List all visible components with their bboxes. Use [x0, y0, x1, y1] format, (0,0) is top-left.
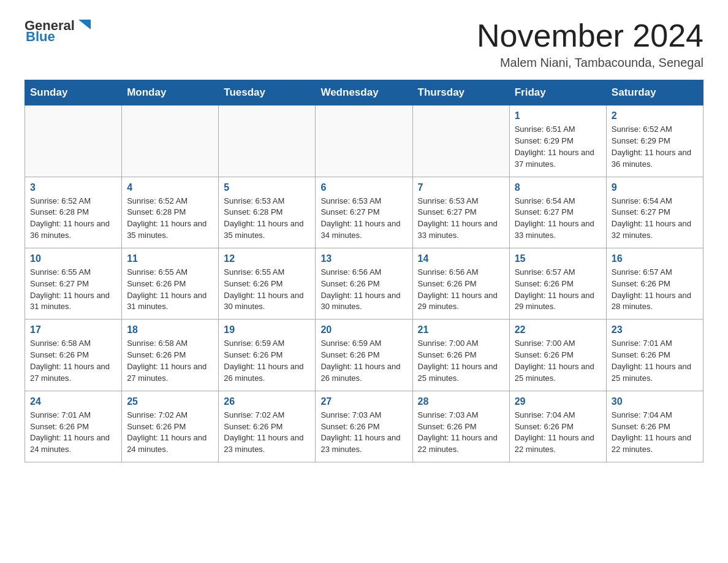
day-number: 28 — [418, 396, 504, 407]
calendar-cell: 19Sunrise: 6:59 AMSunset: 6:26 PMDayligh… — [219, 320, 316, 391]
calendar-cell — [122, 105, 219, 177]
day-number: 19 — [224, 324, 310, 335]
day-number: 5 — [224, 182, 310, 193]
day-number: 21 — [418, 324, 504, 335]
calendar-cell: 1Sunrise: 6:51 AMSunset: 6:29 PMDaylight… — [509, 105, 606, 177]
calendar-week-2: 3Sunrise: 6:52 AMSunset: 6:28 PMDaylight… — [25, 177, 703, 248]
day-number: 26 — [224, 396, 310, 407]
day-info: Sunrise: 6:58 AMSunset: 6:26 PMDaylight:… — [127, 338, 213, 384]
calendar-week-4: 17Sunrise: 6:58 AMSunset: 6:26 PMDayligh… — [25, 320, 703, 391]
day-info: Sunrise: 6:54 AMSunset: 6:27 PMDaylight:… — [612, 196, 698, 242]
day-number: 17 — [30, 324, 116, 335]
calendar-cell — [219, 105, 316, 177]
day-number: 20 — [320, 324, 407, 335]
day-info: Sunrise: 6:55 AMSunset: 6:26 PMDaylight:… — [224, 267, 310, 313]
calendar-cell: 9Sunrise: 6:54 AMSunset: 6:27 PMDaylight… — [606, 177, 703, 248]
calendar-cell: 26Sunrise: 7:02 AMSunset: 6:26 PMDayligh… — [219, 391, 316, 462]
calendar-subtitle: Malem Niani, Tambacounda, Senegal — [477, 56, 703, 70]
day-number: 7 — [418, 182, 504, 193]
day-info: Sunrise: 6:58 AMSunset: 6:26 PMDaylight:… — [30, 338, 116, 384]
calendar-cell: 22Sunrise: 7:00 AMSunset: 6:26 PMDayligh… — [509, 320, 606, 391]
day-info: Sunrise: 7:00 AMSunset: 6:26 PMDaylight:… — [515, 338, 601, 384]
day-number: 14 — [418, 253, 504, 264]
calendar-cell — [412, 105, 509, 177]
calendar-cell: 12Sunrise: 6:55 AMSunset: 6:26 PMDayligh… — [219, 248, 316, 319]
day-info: Sunrise: 6:51 AMSunset: 6:29 PMDaylight:… — [515, 124, 601, 170]
weekday-header-tuesday: Tuesday — [219, 80, 316, 105]
day-number: 24 — [30, 396, 116, 407]
logo: General Blue — [25, 18, 93, 44]
calendar-title: November 2024 — [477, 18, 703, 53]
logo-triangle-icon — [76, 16, 93, 33]
weekday-header-thursday: Thursday — [412, 80, 509, 105]
day-info: Sunrise: 7:02 AMSunset: 6:26 PMDaylight:… — [127, 410, 213, 456]
weekday-header-friday: Friday — [509, 80, 606, 105]
day-number: 12 — [224, 253, 310, 264]
calendar-cell: 5Sunrise: 6:53 AMSunset: 6:28 PMDaylight… — [219, 177, 316, 248]
calendar-cell: 23Sunrise: 7:01 AMSunset: 6:26 PMDayligh… — [606, 320, 703, 391]
day-number: 15 — [515, 253, 601, 264]
day-info: Sunrise: 6:52 AMSunset: 6:29 PMDaylight:… — [612, 124, 698, 170]
day-info: Sunrise: 6:59 AMSunset: 6:26 PMDaylight:… — [224, 338, 310, 384]
day-number: 29 — [515, 396, 601, 407]
calendar-cell: 13Sunrise: 6:56 AMSunset: 6:26 PMDayligh… — [316, 248, 412, 319]
calendar-cell: 3Sunrise: 6:52 AMSunset: 6:28 PMDaylight… — [25, 177, 122, 248]
day-info: Sunrise: 7:01 AMSunset: 6:26 PMDaylight:… — [30, 410, 116, 456]
day-info: Sunrise: 6:52 AMSunset: 6:28 PMDaylight:… — [127, 196, 213, 242]
weekday-header-monday: Monday — [122, 80, 219, 105]
calendar-cell — [25, 105, 122, 177]
day-number: 30 — [612, 396, 698, 407]
day-number: 27 — [320, 396, 407, 407]
day-number: 16 — [612, 253, 698, 264]
weekday-header-wednesday: Wednesday — [316, 80, 412, 105]
day-number: 13 — [320, 253, 407, 264]
calendar-cell: 30Sunrise: 7:04 AMSunset: 6:26 PMDayligh… — [606, 391, 703, 462]
day-info: Sunrise: 6:56 AMSunset: 6:26 PMDaylight:… — [320, 267, 407, 313]
calendar-cell: 6Sunrise: 6:53 AMSunset: 6:27 PMDaylight… — [316, 177, 412, 248]
calendar-cell: 24Sunrise: 7:01 AMSunset: 6:26 PMDayligh… — [25, 391, 122, 462]
calendar-week-5: 24Sunrise: 7:01 AMSunset: 6:26 PMDayligh… — [25, 391, 703, 462]
day-info: Sunrise: 6:55 AMSunset: 6:27 PMDaylight:… — [30, 267, 116, 313]
day-number: 11 — [127, 253, 213, 264]
day-number: 3 — [30, 182, 116, 193]
svg-marker-0 — [78, 20, 91, 29]
day-info: Sunrise: 6:59 AMSunset: 6:26 PMDaylight:… — [320, 338, 407, 384]
day-number: 6 — [320, 182, 407, 193]
day-info: Sunrise: 7:02 AMSunset: 6:26 PMDaylight:… — [224, 410, 310, 456]
day-info: Sunrise: 6:53 AMSunset: 6:27 PMDaylight:… — [320, 196, 407, 242]
day-number: 2 — [612, 110, 698, 121]
day-number: 22 — [515, 324, 601, 335]
day-info: Sunrise: 6:57 AMSunset: 6:26 PMDaylight:… — [612, 267, 698, 313]
logo-text-blue: Blue — [26, 29, 55, 44]
day-info: Sunrise: 6:53 AMSunset: 6:28 PMDaylight:… — [224, 196, 310, 242]
day-info: Sunrise: 7:00 AMSunset: 6:26 PMDaylight:… — [418, 338, 504, 384]
calendar-week-3: 10Sunrise: 6:55 AMSunset: 6:27 PMDayligh… — [25, 248, 703, 319]
day-info: Sunrise: 6:56 AMSunset: 6:26 PMDaylight:… — [418, 267, 504, 313]
calendar-table: SundayMondayTuesdayWednesdayThursdayFrid… — [25, 80, 703, 462]
weekday-header-sunday: Sunday — [25, 80, 122, 105]
calendar-cell: 7Sunrise: 6:53 AMSunset: 6:27 PMDaylight… — [412, 177, 509, 248]
calendar-cell: 29Sunrise: 7:04 AMSunset: 6:26 PMDayligh… — [509, 391, 606, 462]
day-number: 9 — [612, 182, 698, 193]
weekday-header-row: SundayMondayTuesdayWednesdayThursdayFrid… — [25, 80, 703, 105]
calendar-cell: 4Sunrise: 6:52 AMSunset: 6:28 PMDaylight… — [122, 177, 219, 248]
day-info: Sunrise: 7:03 AMSunset: 6:26 PMDaylight:… — [320, 410, 407, 456]
day-number: 10 — [30, 253, 116, 264]
day-number: 1 — [515, 110, 601, 121]
weekday-header-saturday: Saturday — [606, 80, 703, 105]
calendar-cell — [316, 105, 412, 177]
calendar-cell: 17Sunrise: 6:58 AMSunset: 6:26 PMDayligh… — [25, 320, 122, 391]
title-block: November 2024 Malem Niani, Tambacounda, … — [477, 18, 703, 70]
calendar-cell: 11Sunrise: 6:55 AMSunset: 6:26 PMDayligh… — [122, 248, 219, 319]
day-info: Sunrise: 7:03 AMSunset: 6:26 PMDaylight:… — [418, 410, 504, 456]
calendar-cell: 28Sunrise: 7:03 AMSunset: 6:26 PMDayligh… — [412, 391, 509, 462]
calendar-cell: 8Sunrise: 6:54 AMSunset: 6:27 PMDaylight… — [509, 177, 606, 248]
day-number: 8 — [515, 182, 601, 193]
calendar-cell: 25Sunrise: 7:02 AMSunset: 6:26 PMDayligh… — [122, 391, 219, 462]
calendar-cell: 27Sunrise: 7:03 AMSunset: 6:26 PMDayligh… — [316, 391, 412, 462]
page-header: General Blue November 2024 Malem Niani, … — [25, 18, 703, 70]
day-number: 25 — [127, 396, 213, 407]
day-info: Sunrise: 6:54 AMSunset: 6:27 PMDaylight:… — [515, 196, 601, 242]
day-info: Sunrise: 7:04 AMSunset: 6:26 PMDaylight:… — [612, 410, 698, 456]
day-number: 18 — [127, 324, 213, 335]
